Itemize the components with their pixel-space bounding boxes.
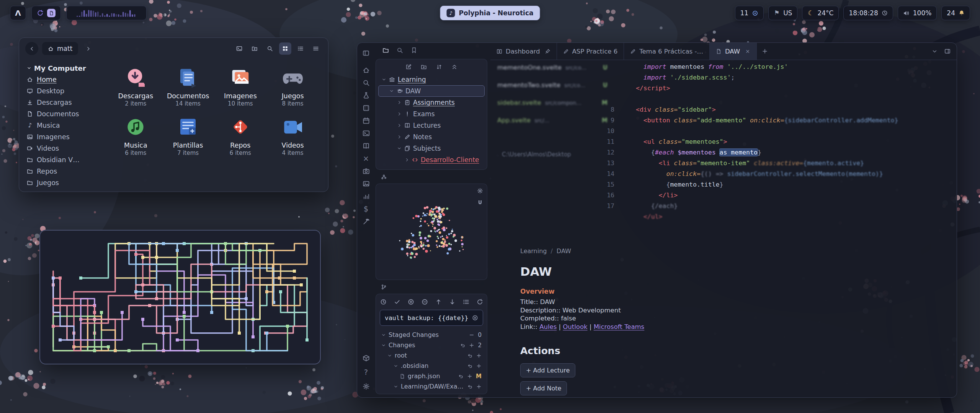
ribbon-search-icon[interactable]: [360, 77, 372, 88]
tree-item-lectures[interactable]: Lectures: [378, 120, 485, 131]
ribbon-pickaxe-icon[interactable]: [360, 216, 372, 227]
bookmarks-tab[interactable]: [411, 47, 417, 55]
discard-icon[interactable]: [467, 353, 473, 358]
launcher-button[interactable]: Λ: [10, 6, 26, 20]
ribbon-book-icon[interactable]: [360, 140, 372, 151]
folder-repos[interactable]: Repos6 items: [214, 112, 267, 159]
workspaces-widget[interactable]: 11: [735, 6, 764, 20]
editor-area[interactable]: mementoOne.sveltesrc/co…UmementoTwo.svel…: [490, 60, 957, 397]
git-row-obsidian[interactable]: .obsidian: [380, 361, 483, 371]
chevron-down-icon[interactable]: [381, 343, 386, 348]
folder-musica[interactable]: Musica6 items: [109, 112, 162, 159]
breadcrumb-learning[interactable]: Learning: [520, 247, 547, 255]
discard-icon[interactable]: [460, 343, 466, 348]
ribbon-dollar-icon[interactable]: $: [360, 203, 372, 215]
new-folder-button[interactable]: [421, 64, 427, 72]
folder-imagenes[interactable]: Imagenes10 items: [214, 63, 267, 109]
forward-button[interactable]: [82, 42, 94, 55]
tree-item-exams[interactable]: Exams: [378, 108, 485, 120]
breadcrumb-daw[interactable]: DAW: [557, 247, 571, 255]
chevron-down-icon[interactable]: [389, 89, 394, 93]
ribbon-camera-icon[interactable]: [360, 165, 372, 177]
sidebar-item-juegos[interactable]: Juegos: [27, 177, 96, 189]
folder-plantillas[interactable]: Plantillas7 items: [162, 112, 214, 159]
open-terminal-button[interactable]: [233, 42, 245, 55]
link-aules[interactable]: Aules: [539, 323, 557, 330]
sidebar-item-desktop[interactable]: Desktop: [27, 85, 96, 97]
tab-list-icon[interactable]: [932, 49, 938, 54]
folder-juegos[interactable]: Juegos8 items: [266, 63, 319, 109]
ribbon-gear-icon[interactable]: [360, 380, 372, 392]
git-row-root[interactable]: root: [380, 350, 483, 361]
chevron-down-icon[interactable]: [381, 333, 386, 337]
sidebar-item-documentos[interactable]: Documentos: [27, 108, 96, 120]
now-playing-widget[interactable]: ♪ Polyphia - Neurotica: [440, 6, 540, 20]
chevron-down-icon[interactable]: [397, 146, 402, 151]
search-button[interactable]: [264, 42, 276, 55]
graph-settings-icon[interactable]: [477, 188, 483, 194]
ribbon-terminal-icon[interactable]: [360, 127, 372, 139]
new-note-button[interactable]: [405, 64, 412, 72]
chevron-down-icon[interactable]: [387, 353, 392, 358]
chevron-down-icon[interactable]: [394, 364, 398, 368]
git-up-button[interactable]: [435, 299, 442, 305]
stage-icon[interactable]: [467, 374, 472, 379]
sidebar-item-home[interactable]: Home: [27, 74, 96, 85]
chevron-right-icon[interactable]: [397, 112, 402, 116]
sidebar-item-descargas[interactable]: Descargas: [27, 97, 96, 108]
discard-icon[interactable]: [458, 374, 464, 379]
local-graph[interactable]: [376, 184, 487, 280]
updates-icon[interactable]: [37, 10, 44, 16]
stage-icon[interactable]: [476, 353, 482, 358]
tree-item-subjects[interactable]: Subjects: [378, 143, 485, 154]
add-note-button[interactable]: + Add Note: [520, 381, 567, 395]
git-row-learning-daw-exams[interactable]: Learning/DAW/Exams: [380, 381, 483, 392]
git-row-staged-changes[interactable]: Staged Changes0: [380, 330, 483, 340]
tree-item-desarrollo-cliente[interactable]: Desarrollo-Cliente: [378, 154, 485, 166]
chevron-down-icon[interactable]: [382, 77, 386, 82]
discard-icon[interactable]: [467, 363, 473, 369]
tab-asp-practice-6[interactable]: ASP Practice 6: [557, 43, 624, 60]
collapse-all-button[interactable]: [451, 64, 457, 72]
unstage-icon[interactable]: [469, 332, 474, 338]
git-row-changes[interactable]: Changes2: [380, 340, 483, 350]
sidebar-item-imagenes[interactable]: Imagenes: [27, 131, 96, 143]
keyboard-layout-widget[interactable]: ⚑ US: [768, 6, 797, 20]
link-outlook[interactable]: Outlook: [563, 323, 587, 330]
sidebar-toggle-button[interactable]: [360, 47, 372, 59]
back-button[interactable]: [25, 42, 38, 55]
graph-view-panel[interactable]: [376, 184, 487, 280]
clock-widget[interactable]: 18:08:28: [843, 6, 893, 20]
pin-icon[interactable]: [545, 49, 550, 54]
tab-dashboard[interactable]: Dashboard: [490, 43, 557, 60]
link-microsoft-teams[interactable]: Microsoft Teams: [594, 323, 645, 330]
chevron-down-icon[interactable]: [394, 384, 398, 389]
git-minusc-button[interactable]: [421, 299, 428, 305]
ribbon-x-icon[interactable]: ×: [360, 153, 372, 164]
tree-item-daw[interactable]: DAW: [378, 85, 485, 97]
commit-message-input[interactable]: vault backup: {{date}}: [380, 310, 483, 326]
git-list-button[interactable]: [463, 299, 469, 305]
sidebar-item-videos[interactable]: Videos: [27, 143, 96, 154]
chevron-right-icon[interactable]: [397, 100, 402, 105]
sidebar-item-musica[interactable]: ♪Musica: [27, 120, 96, 131]
sidebar-section-header[interactable]: My Computer: [27, 62, 96, 74]
tree-item-assignments[interactable]: Assignments: [378, 97, 485, 108]
graph-panel-handle[interactable]: [376, 170, 487, 184]
ribbon-chart-icon[interactable]: [360, 190, 372, 202]
ribbon-image-icon[interactable]: [360, 178, 372, 189]
ribbon-flask-icon[interactable]: [360, 89, 372, 101]
tree-item-notes[interactable]: Notes: [378, 131, 485, 143]
close-icon[interactable]: ×: [745, 49, 750, 54]
sort-button[interactable]: [436, 64, 442, 72]
git-downa-button[interactable]: [449, 299, 456, 305]
discard-icon[interactable]: [467, 384, 473, 389]
folder-documentos[interactable]: Documentos14 items: [162, 63, 214, 109]
grid-view-button[interactable]: [279, 42, 291, 55]
ribbon-dice-icon[interactable]: [360, 102, 372, 114]
add-lecture-button[interactable]: + Add Lecture: [520, 363, 575, 377]
tree-item-learning[interactable]: Learning: [378, 74, 485, 85]
menu-button[interactable]: [310, 42, 322, 55]
git-history-button[interactable]: [380, 299, 387, 305]
new-tab-button[interactable]: [757, 43, 773, 60]
